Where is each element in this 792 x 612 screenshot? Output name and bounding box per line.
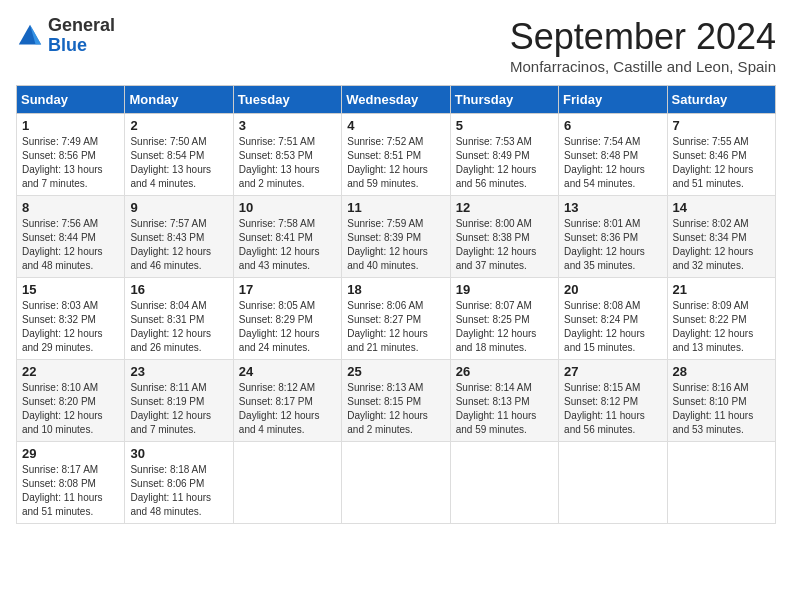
day-info: Sunrise: 8:14 AMSunset: 8:13 PMDaylight:… [456,381,553,437]
day-info: Sunrise: 8:13 AMSunset: 8:15 PMDaylight:… [347,381,444,437]
calendar-cell: 21Sunrise: 8:09 AMSunset: 8:22 PMDayligh… [667,278,775,360]
day-info: Sunrise: 8:02 AMSunset: 8:34 PMDaylight:… [673,217,770,273]
day-info: Sunrise: 8:07 AMSunset: 8:25 PMDaylight:… [456,299,553,355]
day-info: Sunrise: 7:49 AMSunset: 8:56 PMDaylight:… [22,135,119,191]
calendar-cell: 1Sunrise: 7:49 AMSunset: 8:56 PMDaylight… [17,114,125,196]
calendar-cell: 15Sunrise: 8:03 AMSunset: 8:32 PMDayligh… [17,278,125,360]
header-day-monday: Monday [125,86,233,114]
day-number: 30 [130,446,227,461]
day-info: Sunrise: 8:09 AMSunset: 8:22 PMDaylight:… [673,299,770,355]
calendar-cell: 8Sunrise: 7:56 AMSunset: 8:44 PMDaylight… [17,196,125,278]
day-info: Sunrise: 8:10 AMSunset: 8:20 PMDaylight:… [22,381,119,437]
day-info: Sunrise: 7:59 AMSunset: 8:39 PMDaylight:… [347,217,444,273]
calendar-cell: 3Sunrise: 7:51 AMSunset: 8:53 PMDaylight… [233,114,341,196]
calendar-cell [559,442,667,524]
day-number: 26 [456,364,553,379]
logo: General Blue [16,16,115,56]
calendar-week-row: 8Sunrise: 7:56 AMSunset: 8:44 PMDaylight… [17,196,776,278]
calendar-week-row: 15Sunrise: 8:03 AMSunset: 8:32 PMDayligh… [17,278,776,360]
day-number: 24 [239,364,336,379]
day-number: 15 [22,282,119,297]
day-number: 7 [673,118,770,133]
day-number: 5 [456,118,553,133]
calendar-cell: 4Sunrise: 7:52 AMSunset: 8:51 PMDaylight… [342,114,450,196]
calendar-header-row: SundayMondayTuesdayWednesdayThursdayFrid… [17,86,776,114]
calendar-cell: 5Sunrise: 7:53 AMSunset: 8:49 PMDaylight… [450,114,558,196]
header-day-sunday: Sunday [17,86,125,114]
calendar-cell: 11Sunrise: 7:59 AMSunset: 8:39 PMDayligh… [342,196,450,278]
day-number: 22 [22,364,119,379]
day-number: 28 [673,364,770,379]
header-day-saturday: Saturday [667,86,775,114]
day-info: Sunrise: 8:15 AMSunset: 8:12 PMDaylight:… [564,381,661,437]
day-number: 11 [347,200,444,215]
day-number: 16 [130,282,227,297]
calendar-cell: 2Sunrise: 7:50 AMSunset: 8:54 PMDaylight… [125,114,233,196]
calendar-cell [450,442,558,524]
calendar-cell: 10Sunrise: 7:58 AMSunset: 8:41 PMDayligh… [233,196,341,278]
calendar-cell: 7Sunrise: 7:55 AMSunset: 8:46 PMDaylight… [667,114,775,196]
header-day-thursday: Thursday [450,86,558,114]
calendar-cell: 30Sunrise: 8:18 AMSunset: 8:06 PMDayligh… [125,442,233,524]
calendar-cell: 9Sunrise: 7:57 AMSunset: 8:43 PMDaylight… [125,196,233,278]
calendar-cell [342,442,450,524]
page-header: General Blue September 2024 Monfarracino… [16,16,776,75]
day-info: Sunrise: 8:17 AMSunset: 8:08 PMDaylight:… [22,463,119,519]
day-info: Sunrise: 8:03 AMSunset: 8:32 PMDaylight:… [22,299,119,355]
day-info: Sunrise: 8:08 AMSunset: 8:24 PMDaylight:… [564,299,661,355]
day-info: Sunrise: 8:11 AMSunset: 8:19 PMDaylight:… [130,381,227,437]
day-info: Sunrise: 7:52 AMSunset: 8:51 PMDaylight:… [347,135,444,191]
day-number: 10 [239,200,336,215]
day-number: 14 [673,200,770,215]
day-info: Sunrise: 7:51 AMSunset: 8:53 PMDaylight:… [239,135,336,191]
day-number: 1 [22,118,119,133]
day-number: 18 [347,282,444,297]
calendar-cell: 29Sunrise: 8:17 AMSunset: 8:08 PMDayligh… [17,442,125,524]
day-info: Sunrise: 7:57 AMSunset: 8:43 PMDaylight:… [130,217,227,273]
day-info: Sunrise: 8:16 AMSunset: 8:10 PMDaylight:… [673,381,770,437]
location-title: Monfarracinos, Castille and Leon, Spain [510,58,776,75]
calendar-cell: 22Sunrise: 8:10 AMSunset: 8:20 PMDayligh… [17,360,125,442]
calendar-cell: 12Sunrise: 8:00 AMSunset: 8:38 PMDayligh… [450,196,558,278]
day-info: Sunrise: 8:01 AMSunset: 8:36 PMDaylight:… [564,217,661,273]
day-number: 8 [22,200,119,215]
day-number: 3 [239,118,336,133]
day-number: 29 [22,446,119,461]
day-number: 2 [130,118,227,133]
day-info: Sunrise: 8:05 AMSunset: 8:29 PMDaylight:… [239,299,336,355]
day-info: Sunrise: 7:53 AMSunset: 8:49 PMDaylight:… [456,135,553,191]
calendar-cell: 6Sunrise: 7:54 AMSunset: 8:48 PMDaylight… [559,114,667,196]
title-area: September 2024 Monfarracinos, Castille a… [510,16,776,75]
day-number: 12 [456,200,553,215]
day-number: 9 [130,200,227,215]
calendar-cell: 16Sunrise: 8:04 AMSunset: 8:31 PMDayligh… [125,278,233,360]
logo-icon [16,22,44,50]
day-info: Sunrise: 7:55 AMSunset: 8:46 PMDaylight:… [673,135,770,191]
day-number: 20 [564,282,661,297]
day-info: Sunrise: 8:00 AMSunset: 8:38 PMDaylight:… [456,217,553,273]
calendar-cell [667,442,775,524]
calendar-cell: 28Sunrise: 8:16 AMSunset: 8:10 PMDayligh… [667,360,775,442]
calendar-week-row: 29Sunrise: 8:17 AMSunset: 8:08 PMDayligh… [17,442,776,524]
logo-text: General Blue [48,16,115,56]
day-info: Sunrise: 8:12 AMSunset: 8:17 PMDaylight:… [239,381,336,437]
day-number: 19 [456,282,553,297]
calendar-cell [233,442,341,524]
calendar-cell: 18Sunrise: 8:06 AMSunset: 8:27 PMDayligh… [342,278,450,360]
month-title: September 2024 [510,16,776,58]
calendar-cell: 17Sunrise: 8:05 AMSunset: 8:29 PMDayligh… [233,278,341,360]
day-number: 21 [673,282,770,297]
day-info: Sunrise: 7:58 AMSunset: 8:41 PMDaylight:… [239,217,336,273]
calendar-cell: 26Sunrise: 8:14 AMSunset: 8:13 PMDayligh… [450,360,558,442]
calendar-week-row: 22Sunrise: 8:10 AMSunset: 8:20 PMDayligh… [17,360,776,442]
day-info: Sunrise: 8:04 AMSunset: 8:31 PMDaylight:… [130,299,227,355]
calendar-week-row: 1Sunrise: 7:49 AMSunset: 8:56 PMDaylight… [17,114,776,196]
header-day-wednesday: Wednesday [342,86,450,114]
day-number: 25 [347,364,444,379]
day-number: 17 [239,282,336,297]
calendar-cell: 19Sunrise: 8:07 AMSunset: 8:25 PMDayligh… [450,278,558,360]
day-number: 6 [564,118,661,133]
calendar-cell: 27Sunrise: 8:15 AMSunset: 8:12 PMDayligh… [559,360,667,442]
calendar-cell: 25Sunrise: 8:13 AMSunset: 8:15 PMDayligh… [342,360,450,442]
header-day-friday: Friday [559,86,667,114]
